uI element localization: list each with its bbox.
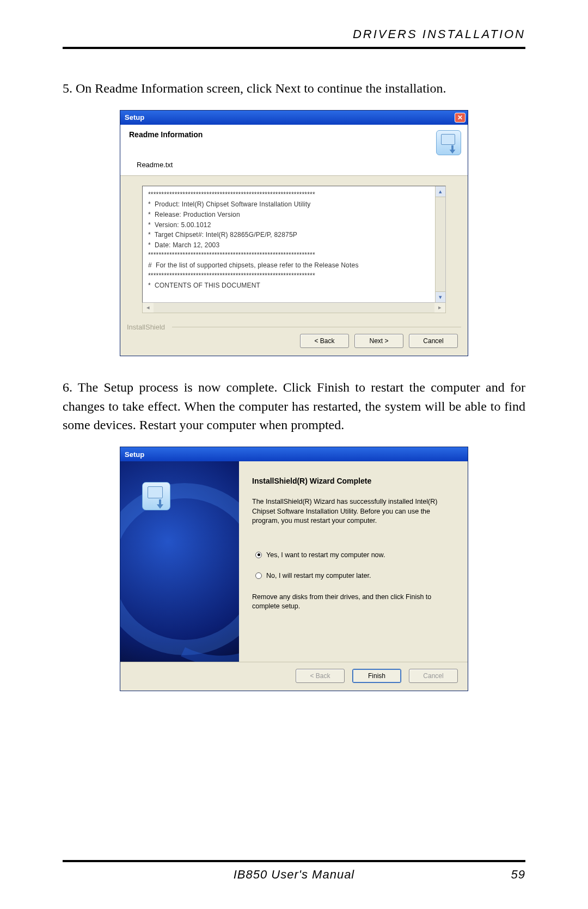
option-label: No, I will restart my computer later. — [266, 572, 371, 579]
dialog-title: Setup — [125, 113, 455, 121]
page-number: 59 — [493, 868, 525, 882]
readme-line: * Date: March 12, 2003 — [148, 240, 430, 251]
readme-dialog: Setup ✕ Readme Information Readme.txt **… — [120, 110, 468, 356]
finish-dialog: Setup InstallShield(R) Wizard Complete T… — [120, 447, 468, 691]
readme-line: ****************************************… — [148, 271, 430, 281]
finish-button[interactable]: Finish — [352, 669, 401, 683]
wizard-complete-heading: InstallShield(R) Wizard Complete — [252, 477, 455, 485]
next-button[interactable]: Next > — [354, 334, 403, 348]
restart-later-option[interactable]: No, I will restart my computer later. — [255, 572, 455, 579]
titlebar: Setup ✕ — [120, 111, 468, 125]
installer-icon — [436, 130, 461, 155]
scroll-up-icon[interactable]: ▴ — [436, 186, 445, 197]
readme-line: * Target Chipset#: Intel(R) 82865G/PE/P,… — [148, 230, 430, 240]
scroll-left-icon[interactable]: ◂ — [143, 303, 154, 313]
option-label: Yes, I want to restart my computer now. — [266, 551, 385, 559]
bottom-rule — [63, 860, 525, 862]
readme-textarea[interactable]: ****************************************… — [142, 186, 446, 303]
dialog-subheading: Readme.txt — [129, 161, 432, 169]
readme-line: ****************************************… — [148, 190, 430, 200]
restart-now-option[interactable]: Yes, I want to restart my computer now. — [255, 551, 455, 559]
close-icon[interactable]: ✕ — [455, 113, 465, 123]
manual-title: IB850 User's Manual — [95, 868, 493, 882]
readme-line: ****************************************… — [148, 250, 430, 260]
cancel-button: Cancel — [409, 669, 458, 683]
finish-note: Remove any disks from their drives, and … — [252, 593, 455, 612]
radio-icon[interactable] — [255, 572, 262, 579]
step-5-text: 5. On Readme Information screen, click N… — [63, 79, 525, 98]
section-header: DRIVERS INSTALLATION — [63, 27, 525, 41]
back-button: < Back — [296, 669, 345, 683]
wizard-complete-text: The InstallShield(R) Wizard has successf… — [252, 497, 455, 526]
titlebar: Setup — [120, 447, 468, 461]
readme-line: # For the list of supported chipsets, pl… — [148, 260, 430, 271]
step-6-text: 6. The Setup process is now complete. Cl… — [63, 378, 525, 435]
brand-label: InstallShield — [127, 323, 165, 331]
horizontal-scrollbar[interactable]: ◂ ▸ — [142, 303, 446, 313]
readme-line: * Release: Production Version — [148, 210, 430, 220]
scroll-down-icon[interactable]: ▾ — [436, 291, 445, 302]
cancel-button[interactable]: Cancel — [409, 334, 458, 348]
radio-icon[interactable] — [255, 552, 262, 558]
scroll-right-icon[interactable]: ▸ — [434, 303, 445, 313]
readme-line: * CONTENTS OF THIS DOCUMENT — [148, 280, 430, 291]
top-rule — [63, 47, 525, 49]
dialog-header: Readme Information Readme.txt — [120, 125, 468, 176]
readme-line: * Version: 5.00.1012 — [148, 220, 430, 230]
vertical-scrollbar[interactable]: ▴ ▾ — [435, 186, 445, 302]
wizard-graphic — [120, 461, 239, 662]
readme-line: * Product: Intel(R) Chipset Software Ins… — [148, 199, 430, 210]
installer-icon — [142, 482, 170, 510]
back-button[interactable]: < Back — [300, 334, 349, 348]
dialog-heading: Readme Information — [129, 130, 432, 139]
dialog-title: Setup — [125, 450, 465, 459]
